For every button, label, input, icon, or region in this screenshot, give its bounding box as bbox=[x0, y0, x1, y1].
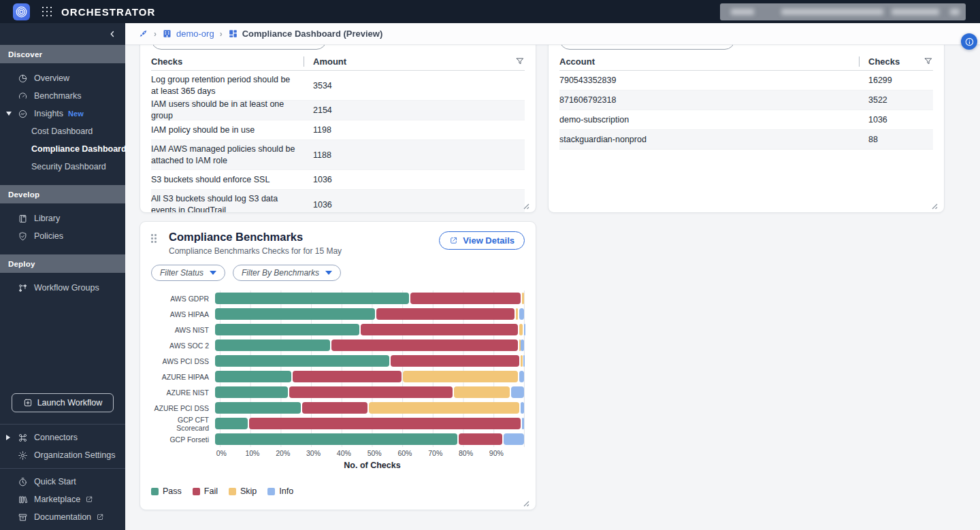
bar-segment-fail bbox=[249, 418, 521, 429]
card-resize-handle[interactable] bbox=[522, 200, 529, 208]
bar-segment-pass bbox=[215, 339, 330, 351]
bar-segment-pass bbox=[215, 371, 291, 382]
book-icon bbox=[18, 214, 28, 224]
external-link-icon bbox=[449, 236, 458, 245]
sidebar-item-benchmarks[interactable]: Benchmarks bbox=[0, 87, 125, 105]
bar-segment-pass bbox=[215, 418, 248, 429]
column-divider[interactable] bbox=[859, 56, 860, 67]
checks-filter-dropdown[interactable] bbox=[151, 45, 327, 50]
gauge-icon bbox=[18, 91, 28, 101]
app-launcher-icon[interactable] bbox=[42, 6, 52, 17]
chart-row-aws-soc-2: AWS SOC 2 bbox=[151, 337, 525, 353]
info-button[interactable] bbox=[961, 33, 977, 50]
row-value-cell: 88 bbox=[868, 135, 878, 144]
caret-down-icon[interactable] bbox=[6, 112, 12, 116]
legend-label: Info bbox=[279, 486, 293, 496]
column-header-checks[interactable]: Checks bbox=[868, 56, 924, 67]
chart-category-label: AWS GDPR bbox=[151, 295, 214, 303]
column-header-checks[interactable]: Checks bbox=[151, 56, 304, 67]
bar-segment-info bbox=[524, 324, 526, 335]
x-axis-tick: 60% bbox=[397, 449, 412, 457]
filter-status-dropdown[interactable]: Filter Status bbox=[151, 265, 225, 281]
row-value-cell: 3534 bbox=[313, 81, 332, 90]
sidebar-item-label: Library bbox=[34, 214, 60, 223]
table-row: demo-subscription1036 bbox=[559, 110, 933, 130]
accounts-table-card: Account Checks 7905433528391629987160679… bbox=[548, 45, 945, 213]
x-axis-tick: 10% bbox=[245, 449, 259, 457]
sidebar-item-insights[interactable]: InsightsNew bbox=[0, 105, 125, 122]
plus-square-icon bbox=[23, 398, 33, 408]
view-details-button[interactable]: View Details bbox=[439, 231, 525, 250]
caret-right-icon[interactable] bbox=[6, 435, 10, 440]
table-row: 8716067923183522 bbox=[559, 90, 933, 110]
sidebar-item-label: Insights bbox=[34, 109, 63, 118]
card-resize-handle[interactable] bbox=[522, 497, 529, 505]
bar-segment-fail bbox=[289, 386, 453, 398]
filter-benchmarks-dropdown[interactable]: Filter By Benchmarks bbox=[233, 265, 341, 281]
breadcrumb-separator: › bbox=[220, 29, 223, 39]
launch-workflow-button[interactable]: Launch Workflow bbox=[12, 393, 114, 412]
row-value-cell: 2154 bbox=[313, 105, 332, 115]
table-row: IAM AWS managed policies should be attac… bbox=[151, 140, 525, 170]
rocket-icon[interactable] bbox=[138, 29, 148, 39]
bar-segment-skip bbox=[522, 293, 524, 304]
chart-category-label: GCP Forseti bbox=[151, 435, 214, 444]
sidebar-item-quick-start[interactable]: Quick Start bbox=[0, 473, 125, 491]
row-label-cell: All S3 buckets should log S3 data events… bbox=[151, 189, 304, 213]
activity-icon bbox=[18, 109, 28, 119]
table-row: IAM policy should be in use1198 bbox=[151, 120, 525, 140]
sidebar-item-cost-dashboard[interactable]: Cost Dashboard bbox=[0, 122, 125, 140]
breadcrumb-org-link[interactable]: demo-org bbox=[176, 29, 214, 39]
sidebar-item-security-dashboard[interactable]: Security Dashboard bbox=[0, 158, 125, 176]
sidebar-item-connectors[interactable]: Connectors bbox=[0, 429, 125, 446]
sidebar-section-discover: Discover bbox=[0, 45, 125, 63]
sidebar-item-compliance-dashboard[interactable]: Compliance Dashboard bbox=[0, 140, 125, 158]
accounts-filter-dropdown[interactable] bbox=[559, 45, 735, 50]
chart-category-label: AZURE NIST bbox=[151, 388, 214, 397]
filter-funnel-icon[interactable] bbox=[515, 56, 525, 66]
sidebar-item-label: Benchmarks bbox=[34, 91, 81, 101]
bar-segment-skip bbox=[519, 324, 523, 335]
sidebar-item-marketplace[interactable]: Marketplace bbox=[0, 491, 125, 508]
sidebar-item-policies[interactable]: Policies bbox=[0, 227, 125, 245]
sidebar-item-label: Organization Settings bbox=[34, 450, 116, 460]
sidebar-item-overview[interactable]: Overview bbox=[0, 69, 125, 87]
sidebar-item-documentation[interactable]: Documentation bbox=[0, 508, 125, 526]
sidebar-item-library[interactable]: Library bbox=[0, 210, 125, 227]
chart-bar-track bbox=[214, 386, 525, 398]
bar-segment-info bbox=[519, 371, 524, 382]
bar-segment-info bbox=[521, 339, 524, 351]
sidebar-section-develop: Develop bbox=[0, 185, 125, 203]
chart-bar-track bbox=[214, 371, 525, 382]
legend-item-skip: Skip bbox=[229, 486, 257, 496]
column-header-amount[interactable]: Amount bbox=[313, 56, 515, 67]
chart-row-gcp-cft-scorecard: GCP CFT Scorecard bbox=[151, 416, 525, 431]
chart-bar-track bbox=[214, 324, 525, 335]
organization-icon bbox=[162, 29, 172, 39]
sidebar: DiscoverOverviewBenchmarksInsightsNewCos… bbox=[0, 23, 125, 530]
sidebar-item-workflow-groups[interactable]: Workflow Groups bbox=[0, 279, 125, 297]
sidebar-item-label: Overview bbox=[34, 73, 69, 83]
bar-segment-pass bbox=[215, 293, 409, 304]
table-row: All S3 buckets should log S3 data events… bbox=[151, 190, 525, 213]
sidebar-collapse-icon[interactable] bbox=[108, 29, 117, 39]
card-drag-handle-icon[interactable] bbox=[151, 234, 158, 244]
sidebar-item-label: Documentation bbox=[34, 512, 91, 522]
x-axis-tick: 50% bbox=[368, 449, 382, 457]
x-axis-tick: 80% bbox=[459, 449, 473, 457]
sidebar-item-label: Policies bbox=[34, 231, 63, 241]
row-value-cell: 1036 bbox=[868, 115, 887, 125]
account-menu-redacted[interactable] bbox=[720, 3, 966, 20]
card-resize-handle[interactable] bbox=[930, 200, 938, 208]
bar-segment-fail bbox=[293, 371, 402, 382]
x-axis-tick: 70% bbox=[428, 449, 442, 457]
column-divider[interactable] bbox=[304, 56, 304, 67]
filter-funnel-icon[interactable] bbox=[924, 56, 933, 66]
bar-segment-fail bbox=[331, 339, 518, 351]
app-logo-icon[interactable] bbox=[13, 3, 30, 20]
archive-icon bbox=[18, 512, 28, 523]
chart-bar-track bbox=[214, 433, 525, 445]
chart-row-aws-pci-dss: AWS PCI DSS bbox=[151, 353, 525, 369]
column-header-account[interactable]: Account bbox=[559, 56, 859, 67]
sidebar-item-organization-settings[interactable]: Organization Settings bbox=[0, 446, 125, 464]
